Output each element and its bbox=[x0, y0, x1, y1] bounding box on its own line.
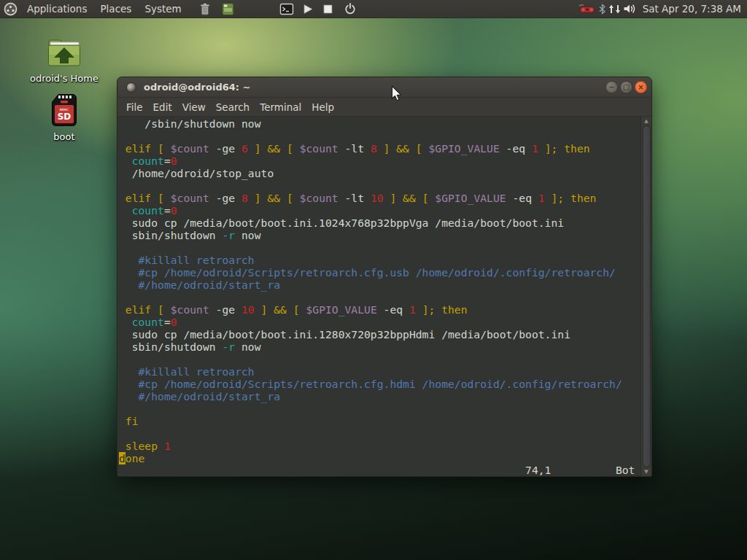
terminal-menubar: File Edit View Search Terminal Help bbox=[117, 98, 651, 117]
stop-icon[interactable] bbox=[320, 0, 337, 18]
file-manager-icon[interactable] bbox=[220, 0, 236, 18]
menu-terminal[interactable]: Terminal bbox=[255, 101, 306, 113]
mouse-cursor bbox=[391, 85, 402, 102]
shutdown-icon[interactable] bbox=[341, 0, 359, 18]
window-title: odroid@odroid64: ~ bbox=[144, 82, 250, 93]
trash-icon[interactable] bbox=[197, 0, 213, 18]
terminal-window: odroid@odroid64: ~ − □ × File Edit View … bbox=[117, 77, 652, 477]
menu-help[interactable]: Help bbox=[306, 101, 339, 113]
terminal-launcher-icon[interactable] bbox=[279, 0, 295, 18]
vim-ruler: 74,1 bbox=[525, 464, 551, 476]
terminal-content: /sbin/shutdown now elif [ $count -ge 6 ]… bbox=[117, 117, 651, 476]
menu-places[interactable]: Places bbox=[93, 0, 138, 18]
menu-edit[interactable]: Edit bbox=[148, 101, 177, 113]
panel-clock[interactable]: Sat Apr 20, 7:38 AM bbox=[638, 3, 747, 15]
vim-status-line: 74,1 Bot bbox=[117, 464, 640, 476]
menu-search[interactable]: Search bbox=[211, 101, 255, 113]
network-arrows-icon[interactable] bbox=[608, 0, 622, 18]
scrollbar-up-icon[interactable]: ▲ bbox=[641, 117, 651, 125]
svg-text:MMC: MMC bbox=[60, 108, 69, 112]
bluetooth-icon[interactable] bbox=[597, 0, 608, 18]
menu-view[interactable]: View bbox=[177, 101, 211, 113]
close-button[interactable]: × bbox=[635, 81, 647, 93]
play-icon[interactable] bbox=[299, 0, 317, 18]
vim-scroll-position: Bot bbox=[616, 464, 635, 476]
desktop-icon-label: odroid's Home bbox=[29, 73, 99, 84]
desktop: Applications Places System bbox=[0, 0, 747, 560]
desktop-icon-label: boot bbox=[29, 131, 99, 142]
scrollbar-thumb[interactable] bbox=[643, 125, 651, 467]
scrollbar-down-icon[interactable]: ▼ bbox=[641, 468, 651, 475]
menu-applications[interactable]: Applications bbox=[20, 0, 93, 18]
gamepad-icon[interactable] bbox=[577, 0, 597, 18]
vim-editor[interactable]: /sbin/shutdown now elif [ $count -ge 6 ]… bbox=[117, 117, 640, 476]
menu-file[interactable]: File bbox=[121, 101, 148, 113]
desktop-icon-boot[interactable]: SD MMC boot bbox=[29, 93, 99, 142]
window-app-icon bbox=[126, 82, 136, 93]
volume-icon[interactable] bbox=[622, 0, 638, 18]
maximize-button[interactable]: □ bbox=[620, 81, 632, 93]
titlebar[interactable]: odroid@odroid64: ~ − □ × bbox=[117, 77, 651, 98]
terminal-buffer: /sbin/shutdown now elif [ $count -ge 6 ]… bbox=[117, 117, 640, 464]
menu-system[interactable]: System bbox=[138, 0, 187, 18]
scrollbar[interactable]: ▲ ▼ bbox=[640, 117, 651, 476]
mate-menu-icon[interactable] bbox=[0, 0, 20, 18]
top-panel: Applications Places System bbox=[0, 0, 747, 18]
home-folder-icon bbox=[47, 38, 81, 69]
sd-card-icon: SD MMC bbox=[50, 93, 79, 127]
svg-text:SD: SD bbox=[58, 112, 71, 122]
minimize-button[interactable]: − bbox=[605, 81, 618, 93]
desktop-icon-home[interactable]: odroid's Home bbox=[29, 38, 99, 84]
